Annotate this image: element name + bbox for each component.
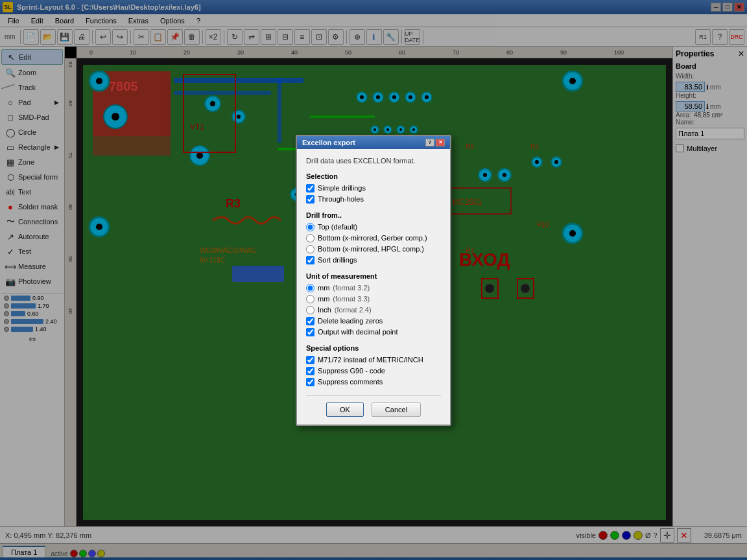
unit-mm32-radio[interactable] xyxy=(306,284,314,292)
sort-drillings-row: Sort drillings xyxy=(306,256,441,264)
suppress-comments-checkbox[interactable] xyxy=(306,378,314,386)
drill-top-row: Top (default) xyxy=(306,223,441,231)
simple-drillings-label: Simple drillings xyxy=(318,184,366,192)
sort-drillings-label: Sort drillings xyxy=(318,256,357,264)
unit-mm33-label: mm xyxy=(318,295,329,303)
special-options-title: Special options xyxy=(306,344,441,352)
dialog-title-buttons: ? ✕ xyxy=(425,139,445,146)
suppress-g90-row: Suppress G90 - code xyxy=(306,367,441,375)
suppress-g90-checkbox[interactable] xyxy=(306,367,314,375)
unit-mm32-label: mm xyxy=(318,284,329,292)
cancel-button[interactable]: Cancel xyxy=(372,402,421,417)
sort-drillings-checkbox[interactable] xyxy=(306,256,314,264)
drill-bottom-hpgl-radio[interactable] xyxy=(306,245,314,253)
ok-button[interactable]: OK xyxy=(326,402,364,417)
unit-inch-format: (format 2.4) xyxy=(335,306,372,314)
special-options-section: Special options M71/72 instead of METRIC… xyxy=(306,344,441,386)
drill-bottom-gerber-radio[interactable] xyxy=(306,234,314,242)
drill-bottom-gerber-label: Bottom (x-mirrored, Gerber comp.) xyxy=(318,234,427,242)
through-holes-checkbox[interactable] xyxy=(306,195,314,204)
drill-from-section: Drill from.. Top (default) Bottom (x-mir… xyxy=(306,211,441,264)
simple-drillings-row: Simple drillings xyxy=(306,184,441,192)
selection-section: Selection Simple drillings Through-holes xyxy=(306,172,441,204)
output-decimal-checkbox[interactable] xyxy=(306,328,314,336)
dialog-body: Drill data uses EXCELLON format. Selecti… xyxy=(297,149,450,425)
dialog-buttons: OK Cancel xyxy=(306,395,441,417)
through-holes-row: Through-holes xyxy=(306,195,441,204)
drill-bottom-hpgl-row: Bottom (x-mirrored, HPGL comp.) xyxy=(306,245,441,253)
unit-title: Unit of measurement xyxy=(306,272,441,280)
unit-inch-row: Inch (format 2.4) xyxy=(306,306,441,314)
output-decimal-label: Output with decimal point xyxy=(318,328,398,336)
delete-leading-zeros-row: Delete leading zeros xyxy=(306,317,441,325)
unit-mm33-radio[interactable] xyxy=(306,295,314,303)
delete-leading-zeros-checkbox[interactable] xyxy=(306,317,314,325)
suppress-comments-row: Suppress comments xyxy=(306,378,441,386)
selection-title: Selection xyxy=(306,172,441,180)
suppress-comments-label: Suppress comments xyxy=(318,378,383,386)
excellon-export-dialog: Excellon export ? ✕ Drill data uses EXCE… xyxy=(296,135,451,426)
m71-label: M71/72 instead of METRIC/INCH xyxy=(318,356,423,364)
delete-leading-zeros-label: Delete leading zeros xyxy=(318,317,383,325)
modal-overlay: Excellon export ? ✕ Drill data uses EXCE… xyxy=(0,0,747,560)
unit-mm32-row: mm (format 3.2) xyxy=(306,284,441,292)
drill-top-label: Top (default) xyxy=(318,223,357,231)
suppress-g90-label: Suppress G90 - code xyxy=(318,367,385,375)
unit-mm33-format: (format 3.3) xyxy=(333,295,370,303)
drill-from-title: Drill from.. xyxy=(306,211,441,219)
unit-mm33-row: mm (format 3.3) xyxy=(306,295,441,303)
drill-bottom-hpgl-label: Bottom (x-mirrored, HPGL comp.) xyxy=(318,245,424,253)
dialog-description: Drill data uses EXCELLON format. xyxy=(306,157,441,165)
unit-section: Unit of measurement mm (format 3.2) mm (… xyxy=(306,272,441,336)
unit-mm32-format: (format 3.2) xyxy=(333,284,370,292)
dialog-title-bar: Excellon export ? ✕ xyxy=(297,136,450,149)
drill-top-radio[interactable] xyxy=(306,223,314,231)
m71-checkbox[interactable] xyxy=(306,356,314,364)
dialog-title: Excellon export xyxy=(302,139,355,146)
through-holes-label: Through-holes xyxy=(318,195,364,203)
output-decimal-row: Output with decimal point xyxy=(306,328,441,336)
dialog-help-button[interactable]: ? xyxy=(425,139,434,146)
simple-drillings-checkbox[interactable] xyxy=(306,184,314,192)
m71-row: M71/72 instead of METRIC/INCH xyxy=(306,356,441,364)
dialog-close-button[interactable]: ✕ xyxy=(436,139,445,146)
unit-inch-radio[interactable] xyxy=(306,306,314,314)
drill-bottom-gerber-row: Bottom (x-mirrored, Gerber comp.) xyxy=(306,234,441,242)
unit-inch-label: Inch xyxy=(318,306,331,314)
